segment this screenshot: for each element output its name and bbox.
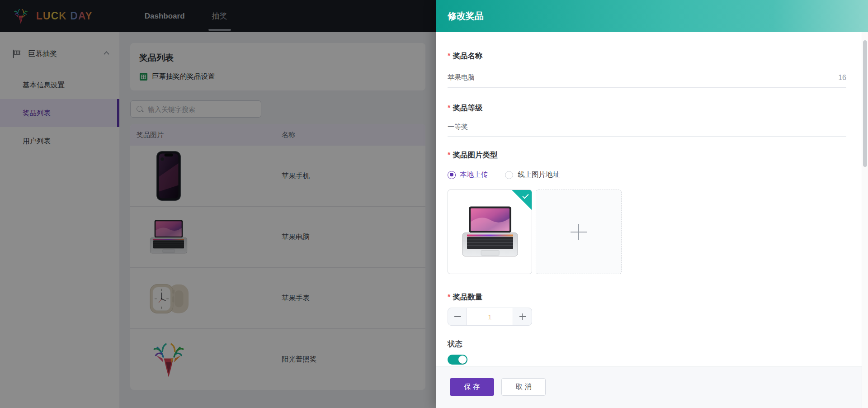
increase-button[interactable] [513,308,532,325]
plus-icon [571,224,587,240]
quantity-label: *奖品数量 [448,292,846,302]
prize-level-label: *奖品等级 [448,103,846,113]
image-upload-row [448,190,846,274]
prize-level-field [448,123,846,137]
app-root: LUCK DAY Dashboard 抽奖 巨幕抽奖 基本信息设置 奖品列表 用… [0,0,868,408]
radio-local-upload-label[interactable]: 本地上传 [460,170,488,180]
char-counter: 16 [838,74,846,82]
uploaded-image-card[interactable] [448,190,532,274]
macbook-thumbnail [456,204,524,260]
image-type-radios: 本地上传 线上图片地址 [448,170,846,180]
image-type-label: *奖品图片类型 [448,150,846,160]
required-asterisk: * [448,293,450,301]
drawer-mask[interactable] [0,0,436,408]
prize-name-field: 16 [448,74,846,88]
decrease-button[interactable] [448,308,467,325]
cancel-button[interactable]: 取 消 [501,378,546,396]
drawer-body: *奖品名称 16 *奖品等级 *奖品图片类型 本地上传 线上图片地址 [436,32,868,365]
quantity-stepper [448,308,532,326]
status-toggle[interactable] [448,355,467,365]
radio-online-url[interactable] [505,171,513,179]
drawer-footer: 保 存 取 消 [436,366,862,408]
status-label: 状态 [448,339,846,349]
radio-local-upload[interactable] [448,171,456,179]
plus-icon [519,313,526,320]
edit-prize-drawer: 修改奖品 *奖品名称 16 *奖品等级 *奖品图片类型 本地上传 [436,0,868,408]
quantity-input[interactable] [467,308,513,325]
radio-online-url-label[interactable]: 线上图片地址 [518,170,560,180]
save-button[interactable]: 保 存 [450,378,494,396]
prize-name-label: *奖品名称 [448,51,846,61]
add-image-button[interactable] [536,190,622,274]
drawer-scrollbar[interactable] [862,32,868,408]
minus-icon [454,313,461,320]
prize-level-input[interactable] [448,123,764,131]
required-asterisk: * [448,151,450,159]
scrollbar-thumb[interactable] [863,40,867,167]
required-asterisk: * [448,104,450,112]
drawer-title: 修改奖品 [448,10,484,22]
selected-corner-badge [512,190,532,210]
required-asterisk: * [448,52,450,60]
prize-name-input[interactable] [448,74,764,81]
drawer-header: 修改奖品 [436,0,868,32]
